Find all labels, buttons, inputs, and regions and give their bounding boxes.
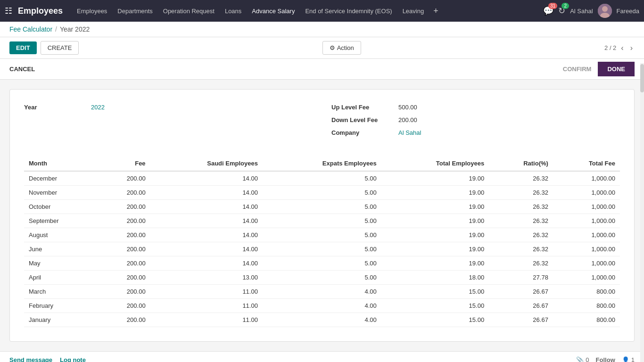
cell-fee: 200.00: [98, 271, 150, 285]
nav-add-icon[interactable]: +: [429, 4, 442, 18]
cell-month: May: [24, 256, 98, 271]
cell-ratio: 26.32: [489, 214, 553, 228]
cell-fee: 200.00: [98, 285, 150, 299]
cell-expats: 5.00: [263, 271, 381, 285]
action-label: Action: [337, 44, 354, 51]
follower-button[interactable]: 👤 1: [622, 356, 635, 362]
nav-departments[interactable]: Departments: [113, 6, 157, 16]
col-month: Month: [24, 156, 98, 171]
action-bar-right: CONFIRM DONE: [556, 62, 635, 76]
top-navigation: ☷ Employees Employees Departments Operat…: [0, 0, 644, 22]
cell-total-fee: 1,000.00: [553, 186, 620, 200]
cell-fee: 200.00: [98, 256, 150, 271]
username: Fareeda: [617, 8, 639, 15]
notifications-button[interactable]: 💬 31: [543, 6, 553, 16]
cell-expats: 4.00: [263, 285, 381, 299]
follow-button[interactable]: Follow: [596, 356, 615, 362]
toolbar: EDIT CREATE ⚙ Action 2 / 2 ‹ ›: [0, 37, 644, 59]
cell-saudi: 14.00: [150, 214, 263, 228]
cell-saudi: 11.00: [150, 299, 263, 313]
cell-saudi: 11.00: [150, 285, 263, 299]
cell-month: September: [24, 214, 98, 228]
follower-count: 1: [631, 356, 635, 362]
cell-fee: 200.00: [98, 171, 150, 186]
nav-employees[interactable]: Employees: [72, 6, 112, 16]
action-bar: CANCEL CONFIRM DONE: [0, 59, 644, 80]
cell-ratio: 26.67: [489, 299, 553, 313]
year-row: Year 2022: [24, 104, 313, 111]
down-level-fee-value: 200.00: [398, 116, 417, 123]
breadcrumb-parent[interactable]: Fee Calculator: [9, 25, 52, 33]
company-name: Al Sahal: [570, 8, 593, 15]
cell-fee: 200.00: [98, 228, 150, 242]
company-label: Company: [331, 129, 393, 136]
col-saudi: Saudi Employees: [150, 156, 263, 171]
pagination: 2 / 2 ‹ ›: [604, 43, 635, 53]
scrollbar-thumb[interactable]: [640, 64, 644, 92]
attachment-button[interactable]: 📎 0: [576, 356, 589, 362]
nav-eos[interactable]: End of Service Indemnity (EOS): [300, 6, 396, 16]
edit-button[interactable]: EDIT: [9, 41, 37, 54]
nav-advance-salary[interactable]: Advance Salary: [247, 6, 299, 16]
footer-bar: Send message Log note 📎 0 Follow 👤 1: [0, 351, 644, 362]
pagination-info: 2 / 2: [604, 44, 616, 51]
cell-month: October: [24, 200, 98, 214]
table-row: June 200.00 14.00 5.00 19.00 26.32 1,000…: [24, 242, 620, 256]
nav-operation-request[interactable]: Operation Request: [158, 6, 219, 16]
confirm-button[interactable]: CONFIRM: [556, 63, 598, 75]
scrollbar-track[interactable]: [640, 63, 644, 362]
cell-total-fee: 1,000.00: [553, 242, 620, 256]
svg-point-1: [602, 6, 608, 12]
cell-month: March: [24, 285, 98, 299]
grid-icon[interactable]: ☷: [5, 6, 12, 16]
cell-month: November: [24, 186, 98, 200]
cell-total-employees: 15.00: [381, 313, 489, 327]
cancel-button[interactable]: CANCEL: [9, 66, 35, 73]
cell-total-employees: 19.00: [381, 214, 489, 228]
cell-total-fee: 1,000.00: [553, 256, 620, 271]
up-level-fee-row: Up Level Fee 500.00: [331, 104, 620, 111]
table-row: March 200.00 11.00 4.00 15.00 26.67 800.…: [24, 285, 620, 299]
table-row: April 200.00 13.00 5.00 18.00 27.78 1,00…: [24, 271, 620, 285]
col-fee: Fee: [98, 156, 150, 171]
company-value: Al Sahal: [398, 129, 421, 136]
topnav-right: 💬 31 ↻ 2 Al Sahal Fareeda: [543, 4, 639, 18]
cell-saudi: 14.00: [150, 256, 263, 271]
year-value: 2022: [91, 104, 105, 111]
cell-total-employees: 19.00: [381, 242, 489, 256]
down-level-fee-row: Down Level Fee 200.00: [331, 116, 620, 123]
cell-total-fee: 800.00: [553, 313, 620, 327]
cell-expats: 5.00: [263, 200, 381, 214]
breadcrumb-separator: /: [55, 25, 57, 33]
action-button[interactable]: ⚙ Action: [322, 41, 361, 55]
updates-button[interactable]: ↻ 2: [558, 6, 565, 16]
nav-loans[interactable]: Loans: [220, 6, 246, 16]
form-left: Year 2022: [24, 104, 313, 142]
table-row: December 200.00 14.00 5.00 19.00 26.32 1…: [24, 171, 620, 186]
company-row: Company Al Sahal: [331, 129, 620, 136]
nav-leaving[interactable]: Leaving: [398, 6, 429, 16]
cell-saudi: 14.00: [150, 242, 263, 256]
cell-total-fee: 800.00: [553, 285, 620, 299]
cell-total-fee: 800.00: [553, 299, 620, 313]
cell-total-employees: 19.00: [381, 200, 489, 214]
fee-table: Month Fee Saudi Employees Expats Employe…: [24, 156, 620, 327]
table-row: October 200.00 14.00 5.00 19.00 26.32 1,…: [24, 200, 620, 214]
footer-right: 📎 0 Follow 👤 1: [576, 356, 635, 362]
cell-ratio: 26.67: [489, 285, 553, 299]
pagination-prev[interactable]: ‹: [619, 43, 625, 53]
nav-links: Employees Departments Operation Request …: [72, 4, 541, 18]
log-note-button[interactable]: Log note: [60, 356, 86, 362]
table-row: January 200.00 11.00 4.00 15.00 26.67 80…: [24, 313, 620, 327]
cell-expats: 5.00: [263, 242, 381, 256]
pagination-next[interactable]: ›: [628, 43, 635, 53]
cell-saudi: 14.00: [150, 228, 263, 242]
create-button[interactable]: CREATE: [41, 41, 79, 55]
main-content: Year 2022 Up Level Fee 500.00 Down Level…: [0, 80, 644, 351]
cell-month: April: [24, 271, 98, 285]
update-badge: 2: [561, 3, 569, 9]
table-row: August 200.00 14.00 5.00 19.00 26.32 1,0…: [24, 228, 620, 242]
done-button[interactable]: DONE: [598, 62, 635, 76]
user-avatar[interactable]: [598, 4, 612, 18]
send-message-button[interactable]: Send message: [9, 356, 52, 362]
